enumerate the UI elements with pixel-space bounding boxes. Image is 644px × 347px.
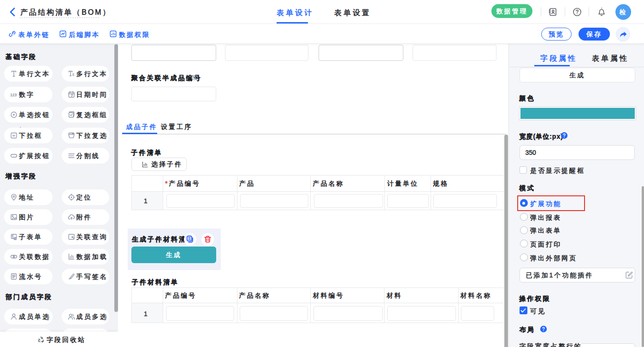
svg-text:123: 123 bbox=[10, 92, 17, 97]
